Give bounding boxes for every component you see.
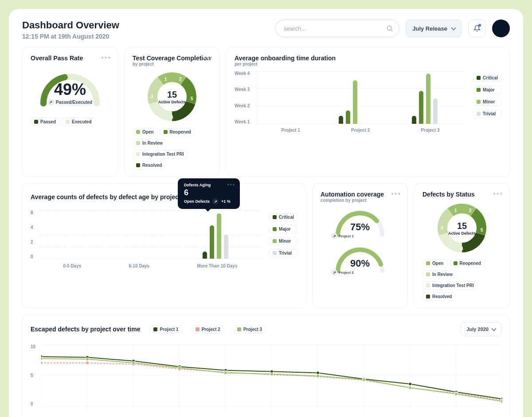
coverage-legend: Open Reopened In Review Integration Test… xyxy=(133,128,211,169)
legend-item: Executed xyxy=(62,118,95,126)
header-right: July Release xyxy=(275,20,510,37)
svg-line-1 xyxy=(391,30,392,31)
svg-point-58 xyxy=(178,366,181,370)
svg-text:1: 1 xyxy=(164,77,167,82)
svg-point-41 xyxy=(409,382,412,386)
card-sub: by project xyxy=(133,62,211,67)
card-defects-status: ••• Defects by Status 1 2 3 4 5 15 xyxy=(414,183,510,308)
legend-item: Open xyxy=(422,259,447,268)
card-escaped-defects: Escaped defects by project over time Pro… xyxy=(22,315,510,417)
svg-text:2: 2 xyxy=(179,77,182,82)
onboarding-chart: Week 4 Week 3 Week 2 Week 1 xyxy=(235,71,501,133)
card-menu-button[interactable]: ••• xyxy=(203,54,213,62)
svg-text:3: 3 xyxy=(441,225,443,230)
bar-group-project-3 xyxy=(412,71,438,124)
legend-item: Passed xyxy=(31,118,59,126)
legend-item: Project 1 xyxy=(150,325,182,334)
svg-point-65 xyxy=(501,400,503,403)
tooltip-delta: +1 % xyxy=(221,199,231,204)
svg-text:5: 5 xyxy=(191,96,193,101)
y-axis: Week 4 Week 3 Week 2 Week 1 xyxy=(235,71,250,124)
svg-text:1: 1 xyxy=(454,208,457,213)
coverage-donut: 1 2 3 4 5 15 Active Defects xyxy=(133,70,211,123)
legend-item: Trivial xyxy=(473,110,501,118)
onboarding-legend: Critical Major Minor Trivial xyxy=(473,74,501,133)
donut-center: 15 Active Defects xyxy=(158,90,186,104)
card-test-coverage: ••• Test Coverage Completion by project … xyxy=(124,47,220,177)
y-axis: 8 4 2 0 xyxy=(31,210,33,259)
card-title: Defects by Status xyxy=(422,191,501,198)
line-chart-svg xyxy=(41,344,502,411)
row-1: ••• Overall Pass Rate 49% ↗Passed/Execut… xyxy=(22,47,510,177)
svg-point-61 xyxy=(317,374,320,378)
escaped-line-chart: 10 5 0 xyxy=(41,344,501,417)
arrow-icon: ↗ xyxy=(48,99,54,105)
svg-point-44 xyxy=(41,362,43,365)
dashboard-app: Dashboard Overview 12:15 PM at 19th Augu… xyxy=(9,9,523,417)
y-axis: 10 5 0 xyxy=(31,344,35,406)
card-defect-age: Average counts of defects by defect age … xyxy=(22,183,306,308)
legend-item: Major xyxy=(473,86,501,94)
svg-text:2: 2 xyxy=(469,208,472,213)
card-title: Average onboarding time duration xyxy=(235,55,501,62)
legend-item: Resolved xyxy=(133,161,165,169)
header-left: Dashboard Overview 12:15 PM at 19th Augu… xyxy=(22,20,119,40)
pass-rate-gauge: 49% ↗Passed/Executed xyxy=(31,67,110,105)
card-title: Average counts of defects by defect age … xyxy=(31,193,297,201)
svg-text:5: 5 xyxy=(481,228,483,232)
legend-item: Minor xyxy=(473,98,501,106)
tooltip-title: Defects Aging xyxy=(184,183,234,187)
legend-item: Integration Test PRI xyxy=(422,281,477,290)
defect-age-legend: Critical Major Minor Trivial xyxy=(269,213,297,268)
card-menu-button[interactable]: ••• xyxy=(391,190,401,198)
defects-status-legend: Open Reopened In Review Integration Test… xyxy=(422,259,501,301)
legend-item: In Review xyxy=(422,270,456,279)
svg-point-56 xyxy=(86,358,89,361)
tooltip-defects-aging: ••• Defects Aging 6 Open Defects ↗ +1 % xyxy=(178,178,240,209)
legend-item: Open xyxy=(133,128,157,136)
svg-point-0 xyxy=(387,26,391,30)
notifications-button[interactable] xyxy=(468,20,486,37)
card-title: Escaped defects by project over time xyxy=(31,326,140,333)
legend-item: Project 2 xyxy=(192,325,224,334)
bell-icon xyxy=(473,25,481,32)
search xyxy=(275,20,399,37)
search-input[interactable] xyxy=(275,20,399,37)
legend-item: In Review xyxy=(133,139,166,147)
tooltip-menu-button[interactable]: ••• xyxy=(227,182,235,188)
svg-text:4: 4 xyxy=(171,115,173,120)
defects-donut: 1 2 3 4 5 15 Active Defects xyxy=(422,201,501,255)
legend-item: Critical xyxy=(269,213,297,221)
pass-rate-value: 49% xyxy=(48,80,92,99)
row-3: Escaped defects by project over time Pro… xyxy=(22,315,510,417)
svg-point-64 xyxy=(455,393,458,396)
card-sub: per project xyxy=(235,62,501,67)
svg-point-63 xyxy=(409,386,412,389)
legend-item: Trivial xyxy=(269,249,297,257)
card-menu-button[interactable]: ••• xyxy=(493,190,503,198)
donut-center: 15 Active Defects xyxy=(448,221,476,236)
escaped-date-dropdown[interactable]: July 2020 xyxy=(461,322,501,336)
card-title: Test Coverage Completion xyxy=(133,55,211,62)
page-timestamp: 12:15 PM at 19th August 2020 xyxy=(22,33,119,40)
svg-point-57 xyxy=(132,362,135,365)
pass-rate-sub: Passed/Executed xyxy=(56,100,92,105)
card-title: Automation coverage xyxy=(321,191,399,198)
tooltip-value: 6 xyxy=(184,188,234,197)
card-onboarding: Average onboarding time duration per pro… xyxy=(226,47,510,177)
row-2: Average counts of defects by defect age … xyxy=(22,183,510,308)
arrow-icon: ↗ xyxy=(212,198,219,205)
chevron-down-icon xyxy=(491,326,496,331)
legend-item: Reopened xyxy=(450,259,485,268)
release-dropdown[interactable]: July Release xyxy=(406,20,462,37)
pass-legend: Passed Executed xyxy=(31,118,110,126)
card-menu-button[interactable]: ••• xyxy=(101,54,111,62)
bar-group-project-2 xyxy=(339,71,357,124)
bar-group xyxy=(203,210,228,259)
avatar[interactable] xyxy=(492,20,510,37)
card-automation: ••• Automation coverage completion by pr… xyxy=(312,183,408,308)
card-pass-rate: ••• Overall Pass Rate 49% ↗Passed/Execut… xyxy=(22,47,118,177)
arrow-icon: ↗ xyxy=(331,269,337,275)
card-sub: completion by project xyxy=(321,198,399,203)
chevron-down-icon xyxy=(451,25,456,30)
